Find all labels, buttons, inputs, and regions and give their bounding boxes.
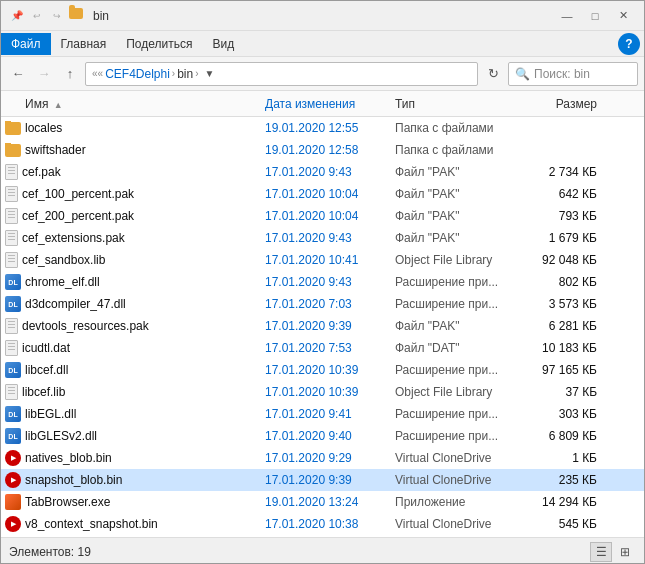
table-row[interactable]: TabBrowser.exe 19.01.2020 13:24 Приложен…	[1, 491, 644, 513]
up-button[interactable]: ↑	[59, 63, 81, 85]
menu-file[interactable]: Файл	[1, 33, 51, 55]
vc-icon	[5, 472, 21, 488]
help-button[interactable]: ?	[618, 33, 640, 55]
file-name: cef_extensions.pak	[5, 230, 265, 246]
table-row[interactable]: natives_blob.bin 17.01.2020 9:29 Virtual…	[1, 447, 644, 469]
col-header-name[interactable]: Имя ▲	[5, 97, 265, 111]
file-date: 17.01.2020 9:41	[265, 407, 395, 421]
file-name: DL d3dcompiler_47.dll	[5, 296, 265, 312]
file-list: locales 19.01.2020 12:55 Папка с файлами…	[1, 117, 644, 537]
file-date: 17.01.2020 9:29	[265, 451, 395, 465]
table-row[interactable]: DL chrome_elf.dll 17.01.2020 9:43 Расшир…	[1, 271, 644, 293]
search-bar[interactable]: 🔍 Поиск: bin	[508, 62, 638, 86]
file-size: 793 КБ	[525, 209, 605, 223]
close-button[interactable]: ✕	[610, 6, 636, 26]
item-count: Элементов: 19	[9, 545, 91, 559]
file-icon	[5, 230, 18, 246]
dll-icon: DL	[5, 406, 21, 422]
table-row[interactable]: v8_context_snapshot.bin 17.01.2020 10:38…	[1, 513, 644, 535]
table-row[interactable]: cef_200_percent.pak 17.01.2020 10:04 Фай…	[1, 205, 644, 227]
file-icon	[5, 318, 18, 334]
file-name: cef_sandbox.lib	[5, 252, 265, 268]
file-type: Файл "PAK"	[395, 231, 525, 245]
minimize-button[interactable]: —	[554, 6, 580, 26]
bc-sep-1: ›	[172, 68, 175, 79]
file-size: 545 КБ	[525, 517, 605, 531]
file-type: Расширение при...	[395, 275, 525, 289]
file-type: Файл "PAK"	[395, 187, 525, 201]
bc-current: bin	[177, 67, 193, 81]
sort-arrow: ▲	[54, 100, 63, 110]
window-title: bin	[93, 9, 548, 23]
table-row[interactable]: snapshot_blob.bin 17.01.2020 9:39 Virtua…	[1, 469, 644, 491]
file-date: 17.01.2020 10:04	[265, 187, 395, 201]
file-icon	[5, 208, 18, 224]
file-name: natives_blob.bin	[5, 450, 265, 466]
table-row[interactable]: cef_sandbox.lib 17.01.2020 10:41 Object …	[1, 249, 644, 271]
file-icon	[5, 384, 18, 400]
file-date: 17.01.2020 10:04	[265, 209, 395, 223]
file-type: Virtual CloneDrive	[395, 473, 525, 487]
file-icon	[5, 252, 18, 268]
file-type: Object File Library	[395, 385, 525, 399]
redo-icon: ↪	[49, 8, 65, 24]
file-size: 802 КБ	[525, 275, 605, 289]
file-name: DL libEGL.dll	[5, 406, 265, 422]
file-type: Object File Library	[395, 253, 525, 267]
address-bar[interactable]: «« CEF4Delphi › bin › ▼	[85, 62, 478, 86]
table-row[interactable]: DL libGLESv2.dll 17.01.2020 9:40 Расшире…	[1, 425, 644, 447]
file-type: Virtual CloneDrive	[395, 517, 525, 531]
menu-bar: Файл Главная Поделиться Вид ?	[1, 31, 644, 57]
table-row[interactable]: DL libcef.dll 17.01.2020 10:39 Расширени…	[1, 359, 644, 381]
bc-arrows: ««	[92, 68, 103, 79]
file-date: 17.01.2020 7:03	[265, 297, 395, 311]
menu-view[interactable]: Вид	[202, 33, 244, 55]
table-row[interactable]: cef_extensions.pak 17.01.2020 9:43 Файл …	[1, 227, 644, 249]
back-button[interactable]: ←	[7, 63, 29, 85]
search-icon: 🔍	[515, 67, 530, 81]
maximize-button[interactable]: □	[582, 6, 608, 26]
table-row[interactable]: libcef.lib 17.01.2020 10:39 Object File …	[1, 381, 644, 403]
col-header-size[interactable]: Размер	[525, 97, 605, 111]
undo-icon: ↩	[29, 8, 45, 24]
menu-home[interactable]: Главная	[51, 33, 117, 55]
file-icon	[5, 340, 18, 356]
refresh-button[interactable]: ↻	[482, 63, 504, 85]
file-icon	[5, 164, 18, 180]
file-name: v8_context_snapshot.bin	[5, 516, 265, 532]
view-tiles-button[interactable]: ⊞	[614, 542, 636, 562]
col-header-type[interactable]: Тип	[395, 97, 525, 111]
bc-parent[interactable]: CEF4Delphi	[105, 67, 170, 81]
app-icon	[5, 494, 21, 510]
table-row[interactable]: cef.pak 17.01.2020 9:43 Файл "PAK" 2 734…	[1, 161, 644, 183]
file-name: cef_200_percent.pak	[5, 208, 265, 224]
file-name: libcef.lib	[5, 384, 265, 400]
file-type: Файл "DAT"	[395, 341, 525, 355]
table-row[interactable]: DL libEGL.dll 17.01.2020 9:41 Расширение…	[1, 403, 644, 425]
col-header-date[interactable]: Дата изменения	[265, 97, 395, 111]
table-row[interactable]: icudtl.dat 17.01.2020 7:53 Файл "DAT" 10…	[1, 337, 644, 359]
table-row[interactable]: swiftshader 19.01.2020 12:58 Папка с фай…	[1, 139, 644, 161]
table-row[interactable]: DL d3dcompiler_47.dll 17.01.2020 7:03 Ра…	[1, 293, 644, 315]
file-size: 6 281 КБ	[525, 319, 605, 333]
file-size: 303 КБ	[525, 407, 605, 421]
address-dropdown-icon[interactable]: ▼	[205, 68, 215, 79]
file-date: 19.01.2020 12:55	[265, 121, 395, 135]
table-row[interactable]: locales 19.01.2020 12:55 Папка с файлами	[1, 117, 644, 139]
file-date: 17.01.2020 7:53	[265, 341, 395, 355]
file-name: DL chrome_elf.dll	[5, 274, 265, 290]
status-bar: Элементов: 19 ☰ ⊞	[1, 537, 644, 564]
menu-share[interactable]: Поделиться	[116, 33, 202, 55]
file-size: 1 КБ	[525, 451, 605, 465]
view-details-button[interactable]: ☰	[590, 542, 612, 562]
table-row[interactable]: devtools_resources.pak 17.01.2020 9:39 Ф…	[1, 315, 644, 337]
file-size: 3 573 КБ	[525, 297, 605, 311]
file-type: Расширение при...	[395, 407, 525, 421]
view-buttons: ☰ ⊞	[590, 542, 636, 562]
file-size: 92 048 КБ	[525, 253, 605, 267]
file-name: locales	[5, 121, 265, 135]
table-row[interactable]: cef_100_percent.pak 17.01.2020 10:04 Фай…	[1, 183, 644, 205]
file-icon	[5, 186, 18, 202]
forward-button[interactable]: →	[33, 63, 55, 85]
file-type: Расширение при...	[395, 297, 525, 311]
